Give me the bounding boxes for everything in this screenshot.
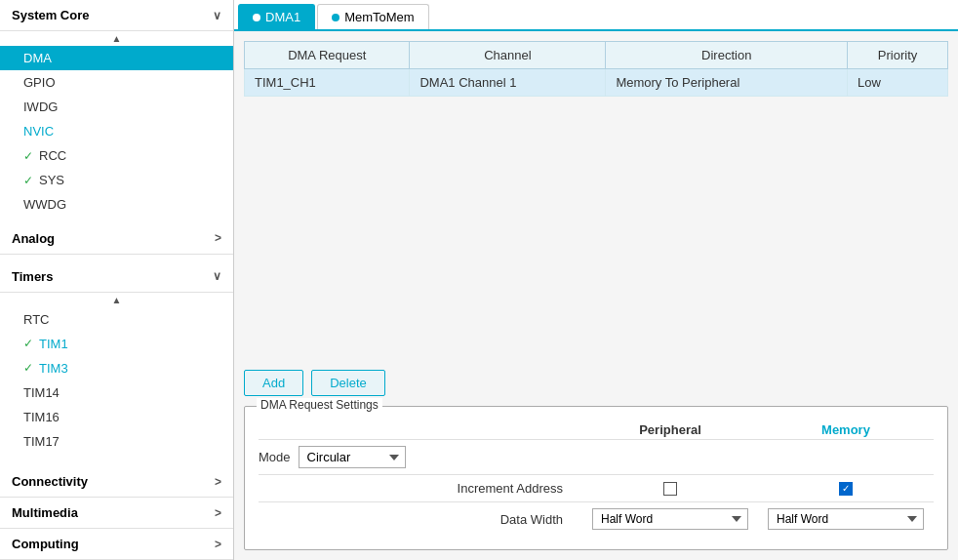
tab-memtomem[interactable]: MemToMem: [317, 4, 429, 29]
sidebar-item-tim14[interactable]: TIM14: [0, 380, 233, 405]
sidebar-item-tim3[interactable]: ✓ TIM3: [0, 356, 233, 380]
col-header-request: DMA Request: [245, 42, 410, 69]
table-row[interactable]: TIM1_CH1 DMA1 Channel 1 Memory To Periph…: [245, 69, 948, 97]
sidebar-section-computing[interactable]: Computing >: [0, 529, 233, 560]
cell-request: TIM1_CH1: [245, 69, 410, 97]
wwdg-label: WWDG: [23, 197, 66, 212]
cell-channel: DMA1 Channel 1: [410, 69, 606, 97]
tim16-label: TIM16: [23, 410, 60, 424]
memory-increment-checkbox-cell: [758, 482, 934, 496]
add-button[interactable]: Add: [244, 370, 303, 396]
system-core-chevron: ∨: [213, 9, 221, 22]
rcc-label: RCC: [39, 148, 66, 163]
data-width-label: Data Width: [500, 512, 563, 527]
dma-table: DMA Request Channel Direction Priority T…: [244, 41, 948, 97]
peripheral-data-width-select[interactable]: Half Word Byte Word: [592, 508, 748, 530]
rcc-check-icon: ✓: [23, 149, 33, 163]
delete-button[interactable]: Delete: [311, 370, 385, 396]
system-core-items: DMA GPIO IWDG NVIC ✓ RCC ✓ SYS WWDG: [0, 46, 233, 217]
tim3-check-icon: ✓: [23, 361, 33, 375]
analog-chevron: >: [215, 231, 221, 245]
sidebar-item-nvic[interactable]: NVIC: [0, 119, 233, 143]
col-header-priority: Priority: [848, 42, 948, 69]
connectivity-label: Connectivity: [12, 474, 88, 489]
iwdg-label: IWDG: [23, 100, 58, 114]
tim14-label: TIM14: [23, 385, 60, 400]
mode-select[interactable]: Circular Normal: [299, 446, 406, 468]
sidebar-item-dma[interactable]: DMA: [0, 46, 233, 70]
sidebar-section-system-core[interactable]: System Core ∨: [0, 0, 233, 31]
sidebar-item-rtc[interactable]: RTC: [0, 307, 233, 332]
connectivity-chevron: >: [215, 475, 221, 489]
sys-check-icon: ✓: [23, 174, 33, 187]
gpio-label: GPIO: [23, 75, 56, 90]
rtc-label: RTC: [23, 312, 49, 327]
peripheral-increment-checkbox[interactable]: [663, 482, 677, 496]
tab-bar: DMA1 MemToMem: [234, 0, 958, 31]
memory-increment-checkbox[interactable]: [839, 482, 853, 496]
sidebar-item-tim1[interactable]: ✓ TIM1: [0, 332, 233, 356]
cell-priority: Low: [848, 69, 948, 97]
peripheral-col-header: Peripheral: [639, 422, 701, 437]
sidebar-item-wwdg[interactable]: WWDG: [0, 192, 233, 217]
scroll-up-indicator: ▲: [0, 31, 233, 46]
main-content: DMA1 MemToMem DMA Request Channel Direct…: [234, 0, 958, 560]
sidebar-item-rcc[interactable]: ✓ RCC: [0, 143, 233, 168]
mode-label: Mode: [259, 450, 291, 464]
tim1-check-icon: ✓: [23, 337, 33, 350]
computing-chevron: >: [215, 538, 221, 551]
sidebar-item-tim16[interactable]: TIM16: [0, 405, 233, 429]
sys-label: SYS: [39, 173, 64, 187]
dma-request-settings: DMA Request Settings Peripheral Memory M…: [244, 406, 948, 550]
tab-dma1-label: DMA1: [265, 10, 300, 24]
memory-data-width-select[interactable]: Half Word Byte Word: [768, 508, 924, 530]
tim1-label: TIM1: [39, 337, 68, 351]
timers-scroll-up-indicator: ▲: [0, 293, 233, 307]
timers-chevron: ∨: [213, 269, 221, 283]
memory-col-header: Memory: [821, 422, 870, 437]
sidebar-item-gpio[interactable]: GPIO: [0, 70, 233, 95]
nvic-label: NVIC: [23, 124, 54, 139]
sidebar-section-timers[interactable]: Timers ∨: [0, 261, 233, 293]
content-area: DMA Request Channel Direction Priority T…: [234, 31, 958, 560]
col-header-channel: Channel: [410, 42, 606, 69]
sidebar: System Core ∨ ▲ DMA GPIO IWDG NVIC ✓ RCC…: [0, 0, 234, 560]
settings-legend-label: DMA Request Settings: [257, 398, 382, 412]
tab-dma1[interactable]: DMA1: [238, 4, 315, 29]
tim3-label: TIM3: [39, 361, 68, 376]
sidebar-item-iwdg[interactable]: IWDG: [0, 95, 233, 119]
increment-address-label: Increment Address: [458, 481, 563, 496]
sidebar-section-multimedia[interactable]: Multimedia >: [0, 498, 233, 529]
tab-memtomem-dot: [332, 14, 339, 21]
tim17-label: TIM17: [23, 434, 60, 449]
multimedia-chevron: >: [215, 506, 221, 520]
tab-dma1-dot: [253, 14, 260, 21]
sidebar-section-connectivity[interactable]: Connectivity >: [0, 466, 233, 498]
system-core-label: System Core: [12, 8, 89, 22]
col-header-direction: Direction: [606, 42, 848, 69]
timers-items: RTC ✓ TIM1 ✓ TIM3 TIM14 TIM16 TIM17: [0, 307, 233, 454]
sidebar-item-tim17[interactable]: TIM17: [0, 429, 233, 454]
dma-label: DMA: [23, 51, 52, 65]
sidebar-section-analog[interactable]: Analog >: [0, 223, 233, 255]
cell-direction: Memory To Peripheral: [606, 69, 848, 97]
analog-label: Analog: [12, 231, 55, 246]
sidebar-item-sys[interactable]: ✓ SYS: [0, 168, 233, 192]
computing-label: Computing: [12, 537, 79, 551]
multimedia-label: Multimedia: [12, 505, 78, 520]
action-buttons: Add Delete: [244, 370, 948, 396]
peripheral-increment-checkbox-cell: [582, 482, 758, 496]
timers-label: Timers: [12, 269, 53, 284]
tab-memtomem-label: MemToMem: [344, 10, 415, 24]
